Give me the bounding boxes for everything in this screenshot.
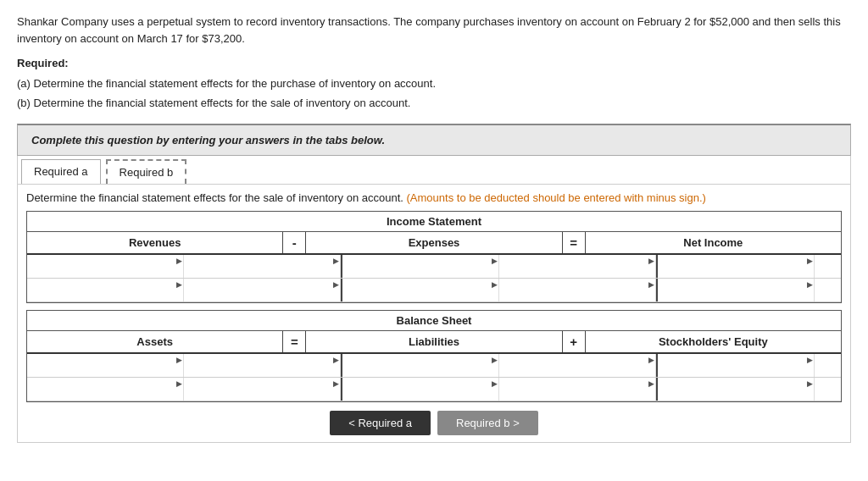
instruction-text: Determine the financial statement effect… (26, 191, 842, 204)
income-row-2: ▶ ▶ ▶ (27, 279, 841, 302)
income-row-1: ▶ ▶ ▶ (27, 255, 841, 279)
balance-se2-row2[interactable]: ▶ (815, 378, 842, 401)
income-exp1-row1[interactable]: ▶ (342, 255, 499, 278)
income-exp1-row1-input[interactable] (342, 255, 492, 278)
income-statement-table: Income Statement Revenues - Expenses = N… (26, 211, 842, 303)
income-rev2-row1[interactable]: ▶ (184, 255, 340, 278)
balance-se1-row2-input[interactable] (658, 378, 807, 401)
income-exp2-row1[interactable]: ▶ (499, 255, 655, 278)
balance-assets-header: Assets (27, 331, 282, 352)
income-rev1-row1[interactable]: ▶ (27, 255, 184, 278)
income-netincome-header: Net Income (586, 232, 841, 253)
balance-sheet-header: Assets = Liabilities + Stockholders' Equ… (27, 331, 841, 354)
income-minus-op: - (282, 232, 306, 253)
income-ni2-row2-input[interactable] (815, 279, 842, 301)
prev-button[interactable]: < Required a (330, 411, 431, 435)
income-exp1-row2-input[interactable] (342, 279, 492, 301)
balance-plus-op: + (562, 331, 586, 352)
income-statement-header: Revenues - Expenses = Net Income (27, 232, 841, 255)
income-rev2-row2-input[interactable] (184, 279, 333, 301)
income-exp-subcell-row1: ▶ ▶ (342, 255, 656, 278)
balance-a2-row2[interactable]: ▶ (184, 378, 340, 401)
balance-l1-row2[interactable]: ▶ (342, 378, 499, 401)
balance-a1-row1-input[interactable] (27, 354, 176, 377)
balance-assets-subcell-row1: ▶ ▶ (27, 354, 341, 377)
balance-a1-row2-input[interactable] (27, 378, 176, 401)
tab-required-a[interactable]: Required a (21, 159, 101, 184)
balance-se1-row1[interactable]: ▶ (658, 354, 815, 377)
income-ni-subcell-row1: ▶ ▶ (658, 255, 842, 278)
tab-required-b[interactable]: Required b (106, 159, 187, 184)
income-rev2-row1-input[interactable] (184, 255, 333, 278)
balance-a2-row1-input[interactable] (184, 354, 333, 377)
balance-a1-row2[interactable]: ▶ (27, 378, 184, 401)
balance-se2-row2-input[interactable] (815, 378, 842, 401)
balance-liabilities-header: Liabilities (306, 331, 561, 352)
income-rev2-row2[interactable]: ▶ (184, 279, 340, 301)
income-rev-subcell-row2: ▶ ▶ (27, 279, 341, 301)
income-exp1-row2[interactable]: ▶ (342, 279, 499, 301)
complete-box: Complete this question by entering your … (17, 124, 851, 156)
tabs-row: Required a Required b (18, 156, 850, 185)
intro-point-a: (a) Determine the financial statement ef… (17, 75, 851, 92)
balance-equity-subcell-row1: ▶ ▶ (658, 354, 842, 377)
balance-l2-row1[interactable]: ▶ (499, 354, 655, 377)
income-expenses-header: Expenses (306, 232, 561, 253)
income-rev1-row1-input[interactable] (27, 255, 176, 278)
income-ni1-row2[interactable]: ▶ (658, 279, 815, 301)
income-ni2-row1-input[interactable] (815, 255, 842, 278)
balance-equals-op: = (282, 331, 306, 352)
balance-se2-row1-input[interactable] (815, 354, 842, 377)
balance-l2-row1-input[interactable] (499, 354, 648, 377)
balance-row-1: ▶ ▶ ▶ (27, 354, 841, 378)
balance-row-2: ▶ ▶ ▶ (27, 378, 841, 401)
income-exp2-row2[interactable]: ▶ (499, 279, 655, 301)
balance-assets-subcell-row2: ▶ ▶ (27, 378, 341, 401)
next-button[interactable]: Required b > (437, 411, 538, 435)
balance-equity-subcell-row2: ▶ ▶ (658, 378, 842, 401)
intro-paragraph1: Shankar Company uses a perpetual system … (17, 14, 851, 47)
balance-l2-row2[interactable]: ▶ (499, 378, 655, 401)
income-exp-subcell-row2: ▶ ▶ (342, 279, 656, 301)
income-revenue-header: Revenues (27, 232, 282, 253)
nav-buttons: < Required a Required b > (26, 411, 842, 435)
balance-sheet-table: Balance Sheet Assets = Liabilities + Sto… (26, 310, 842, 402)
income-ni2-row1[interactable]: ▶ (815, 255, 842, 278)
income-equals-op: = (562, 232, 586, 253)
income-exp2-row1-input[interactable] (499, 255, 648, 278)
income-ni-subcell-row2: ▶ ▶ (658, 279, 842, 301)
balance-a2-row2-input[interactable] (184, 378, 333, 401)
income-ni1-row1-input[interactable] (658, 255, 807, 278)
intro-section: Shankar Company uses a perpetual system … (17, 14, 851, 112)
balance-equity-header: Stockholders' Equity (586, 331, 841, 352)
balance-se1-row1-input[interactable] (658, 354, 807, 377)
income-rev-subcell-row1: ▶ ▶ (27, 255, 341, 278)
balance-a1-row1[interactable]: ▶ (27, 354, 184, 377)
balance-l1-row1[interactable]: ▶ (342, 354, 499, 377)
balance-liab-subcell-row2: ▶ ▶ (342, 378, 656, 401)
balance-liab-subcell-row1: ▶ ▶ (342, 354, 656, 377)
income-statement-title: Income Statement (27, 212, 841, 232)
intro-point-b: (b) Determine the financial statement ef… (17, 95, 851, 112)
income-exp2-row2-input[interactable] (499, 279, 648, 301)
income-ni1-row1[interactable]: ▶ (658, 255, 815, 278)
balance-sheet-title: Balance Sheet (27, 311, 841, 331)
required-header: Required: (17, 57, 69, 69)
income-ni2-row2[interactable]: ▶ (815, 279, 842, 301)
income-rev1-row2[interactable]: ▶ (27, 279, 184, 301)
income-ni1-row2-input[interactable] (658, 279, 807, 301)
balance-l1-row2-input[interactable] (342, 378, 492, 401)
balance-a2-row1[interactable]: ▶ (184, 354, 340, 377)
balance-l1-row1-input[interactable] (342, 354, 492, 377)
balance-l2-row2-input[interactable] (499, 378, 648, 401)
balance-se2-row1[interactable]: ▶ (815, 354, 842, 377)
balance-se1-row2[interactable]: ▶ (658, 378, 815, 401)
tab-content-b: Determine the financial statement effect… (18, 185, 850, 442)
income-rev1-row2-input[interactable] (27, 279, 176, 301)
